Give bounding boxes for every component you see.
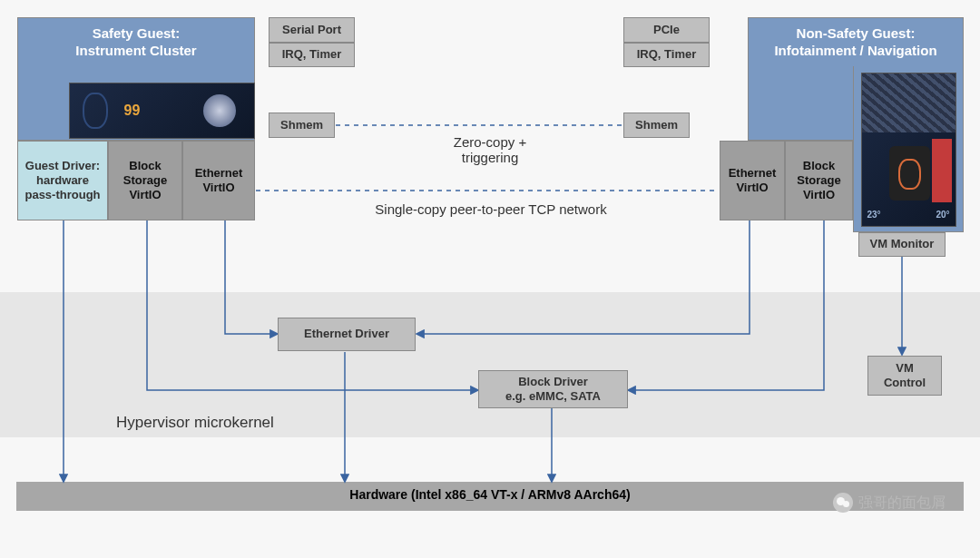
guest-driver-passthrough: Guest Driver: hardware pass-through: [17, 141, 108, 220]
safety-ethernet-virtio: Ethernet VirtIO: [182, 141, 255, 220]
non-safety-guest-title: Non-Safety Guest: Infotainment / Navigat…: [748, 17, 964, 67]
pcie-box: PCIe: [623, 17, 710, 43]
wechat-icon: [833, 493, 853, 513]
watermark-text: 强哥的面包屑: [858, 494, 946, 513]
non-safety-guest-image-frame: 23° 20°: [853, 66, 964, 232]
serial-port-box: Serial Port: [269, 17, 355, 43]
vm-control-box: VM Control: [867, 356, 942, 396]
vm-monitor-box: VM Monitor: [858, 232, 946, 257]
ethernet-driver-box: Ethernet Driver: [278, 318, 416, 351]
nonsafety-ethernet-virtio: Ethernet VirtIO: [720, 141, 785, 220]
instrument-cluster-image: 99: [69, 83, 255, 139]
left-shmem-box: Shmem: [269, 113, 335, 138]
hardware-band: Hardware (Intel x86_64 VT-x / ARMv8 AArc…: [16, 482, 964, 511]
right-shmem-box: Shmem: [623, 113, 690, 138]
hypervisor-label: Hypervisor microkernel: [116, 414, 274, 432]
safety-block-storage-virtio: Block Storage VirtIO: [108, 141, 182, 220]
zero-copy-label: Zero-copy + triggering: [413, 134, 567, 165]
right-irq-timer-box: IRQ, Timer: [623, 43, 710, 67]
left-irq-timer-box: IRQ, Timer: [269, 43, 355, 67]
hardware-label: Hardware (Intel x86_64 VT-x / ARMv8 AArc…: [349, 487, 630, 502]
infotainment-image: 23° 20°: [861, 73, 956, 227]
tcp-label: Single-copy peer-to-peer TCP network: [287, 201, 695, 217]
safety-guest-title: Safety Guest: Instrument Cluster: [17, 17, 255, 67]
watermark: 强哥的面包屑: [833, 493, 946, 513]
nonsafety-header-fill: [748, 66, 853, 141]
block-driver-box: Block Driver e.g. eMMC, SATA: [478, 370, 628, 408]
safety-guest-image-frame: 99: [17, 66, 255, 141]
nonsafety-block-storage-virtio: Block Storage VirtIO: [785, 141, 853, 220]
